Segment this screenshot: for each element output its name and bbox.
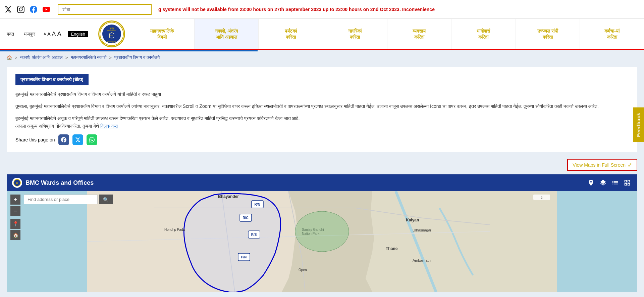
svg-text:B: B xyxy=(16,182,18,185)
svg-text:महानगरपालिका: महानगरपालिका xyxy=(107,29,116,31)
content-title: प्रशासकीय विभाग व कार्यालये (बीटा) xyxy=(15,74,89,85)
my-location-button[interactable]: 📍 xyxy=(10,219,20,229)
marquee-area: g systems will not be available from 23:… xyxy=(155,6,641,12)
top-search-input[interactable] xyxy=(58,4,152,15)
nav-logo-area: बृहन्मुंबई महानगरपालिका BMC Brihanmumbai… xyxy=(93,19,130,49)
svg-text:Hondhp Pada: Hondhp Pada xyxy=(164,228,185,231)
share-label: Share this page on xyxy=(15,137,55,142)
breadcrumb: 🏠 > नकाशे, अंतरंग आणि अहवाल > महानगरपालि… xyxy=(0,51,644,63)
font-medium[interactable]: A xyxy=(47,31,50,37)
content-para2: तुम्हाला, बृहन्मुंबई महानगरपालिकेचे प्रश… xyxy=(15,102,629,111)
nav-left: मदत मजकूर A A A A English xyxy=(0,19,93,49)
svg-point-27 xyxy=(295,211,349,252)
share-twitter[interactable] xyxy=(72,134,83,145)
nav-item-5[interactable]: भागीदारांकरिता xyxy=(451,19,516,49)
breadcrumb-sep3: > xyxy=(109,55,112,60)
map-canvas[interactable]: R/N R/C R/S P/N Bhayander Kalyan Ulhasna… xyxy=(7,191,637,292)
nav-item-0[interactable]: महानगरपालिकेविषयी xyxy=(130,19,195,49)
breadcrumb-sep1: > xyxy=(15,55,17,60)
map-header: B BMC Wards and Offices xyxy=(7,174,637,191)
top-search-box xyxy=(58,4,152,15)
map-controls: + − 📍 🏠 xyxy=(10,195,20,240)
svg-text:Open: Open xyxy=(299,268,307,272)
social-icons xyxy=(3,5,51,14)
help-link[interactable]: मदत xyxy=(5,28,16,40)
content-para3: बृहन्मुंबई महानगरपालिकेने अचूक व परिपूर्… xyxy=(15,115,629,131)
share-row: Share this page on xyxy=(15,134,629,145)
fullscreen-icon: ⤢ xyxy=(628,162,632,168)
svg-text:R/S: R/S xyxy=(251,233,257,237)
map-body: + − 📍 🏠 🔍 xyxy=(7,191,637,292)
map-header-tools xyxy=(586,178,632,187)
svg-text:Bhayander: Bhayander xyxy=(218,194,239,199)
map-tool-grid[interactable] xyxy=(623,178,632,187)
font-small[interactable]: A xyxy=(44,32,46,36)
svg-text:R/C: R/C xyxy=(243,216,248,220)
font-controls: A A A A xyxy=(44,30,61,38)
map-header-logo: B xyxy=(12,178,22,188)
svg-text:Thane: Thane xyxy=(386,246,398,251)
map-search-button[interactable]: 🔍 xyxy=(99,195,113,204)
content-area: प्रशासकीय विभाग व कार्यालये (बीटा) बृहन्… xyxy=(0,63,644,156)
share-facebook[interactable] xyxy=(58,134,69,145)
map-container: B BMC Wards and Offices xyxy=(7,174,637,292)
share-whatsapp[interactable] xyxy=(87,134,97,145)
svg-text:Municipal Corp.: Municipal Corp. xyxy=(107,42,116,44)
nav-item-3[interactable]: नागरिकांकरिता xyxy=(323,19,387,49)
youtube-icon[interactable] xyxy=(42,5,51,14)
feedback-button[interactable]: Feedback xyxy=(633,108,644,142)
content-card: प्रशासकीय विभाग व कार्यालये (बीटा) बृहन्… xyxy=(7,67,637,152)
nav-bar: मदत मजकूर A A A A English बृहन्मुंबई महा… xyxy=(0,19,644,50)
home-location-button[interactable]: 🏠 xyxy=(10,230,20,240)
nav-item-4[interactable]: व्यवसायकरिता xyxy=(387,19,452,49)
nav-item-2[interactable]: पर्यटकांकरिता xyxy=(259,19,323,49)
nav-item-7[interactable]: कर्मचा-यांकरिता xyxy=(580,19,644,49)
worker-link[interactable]: मजकूर xyxy=(22,28,37,40)
svg-text:2: 2 xyxy=(541,196,542,199)
svg-text:Kalyan: Kalyan xyxy=(406,218,419,222)
content-para1: बृहन्मुंबई महानगरपालिकेचे प्रशासकीय विभा… xyxy=(15,90,629,98)
map-search-area: 🔍 xyxy=(24,195,113,204)
font-xlarge[interactable]: A xyxy=(57,30,61,38)
nav-items: महानगरपालिकेविषयी नकाशे, अंतरंगआणि अहवाल… xyxy=(130,19,644,49)
map-tool-locate[interactable] xyxy=(586,178,596,187)
font-large[interactable]: A xyxy=(52,31,56,37)
top-bar: g systems will not be available from 23:… xyxy=(0,0,644,19)
nav-logo: बृहन्मुंबई महानगरपालिका BMC Brihanmumbai… xyxy=(98,20,125,47)
breadcrumb-item2[interactable]: महानगरपालिकेचे नकाशे xyxy=(71,55,107,60)
map-search-input[interactable] xyxy=(24,195,98,204)
click-here-link[interactable]: क्लिक करा xyxy=(100,123,118,129)
breadcrumb-home[interactable]: 🏠 xyxy=(7,55,12,60)
facebook-icon[interactable] xyxy=(29,5,38,14)
svg-text:BMC: BMC xyxy=(110,35,113,37)
zoom-in-button[interactable]: + xyxy=(10,195,20,205)
map-tool-layers[interactable] xyxy=(598,178,608,187)
nav-item-6[interactable]: उज्ज्वल संधीकरिता xyxy=(516,19,580,49)
marquee-text: g systems will not be available from 23:… xyxy=(158,7,435,12)
view-maps-fullscreen-button[interactable]: View Maps in Full Screen ⤢ xyxy=(567,159,637,171)
svg-text:R/N: R/N xyxy=(254,203,260,206)
svg-text:P/N: P/N xyxy=(241,255,247,259)
map-tool-list[interactable] xyxy=(610,178,620,187)
twitter-icon[interactable] xyxy=(3,5,13,14)
view-maps-label: View Maps in Full Screen xyxy=(573,162,626,168)
zoom-out-button[interactable]: − xyxy=(10,206,20,216)
map-title: BMC Wards and Offices xyxy=(25,179,583,186)
breadcrumb-item3: प्रशासकीय विभाग व कार्यालये xyxy=(114,55,160,60)
breadcrumb-sep2: > xyxy=(65,55,68,60)
svg-text:Ulhasnagar: Ulhasnagar xyxy=(413,228,432,232)
svg-text:Ambarnath: Ambarnath xyxy=(413,258,431,262)
instagram-icon[interactable] xyxy=(16,5,25,14)
language-button[interactable]: English xyxy=(68,31,88,37)
nav-item-1[interactable]: नकाशे, अंतरंगआणि अहवाल xyxy=(195,19,259,49)
breadcrumb-item1[interactable]: नकाशे, अंतरंग आणि अहवाल xyxy=(20,55,63,60)
map-section: View Maps in Full Screen ⤢ B BMC Wards a… xyxy=(0,156,644,292)
